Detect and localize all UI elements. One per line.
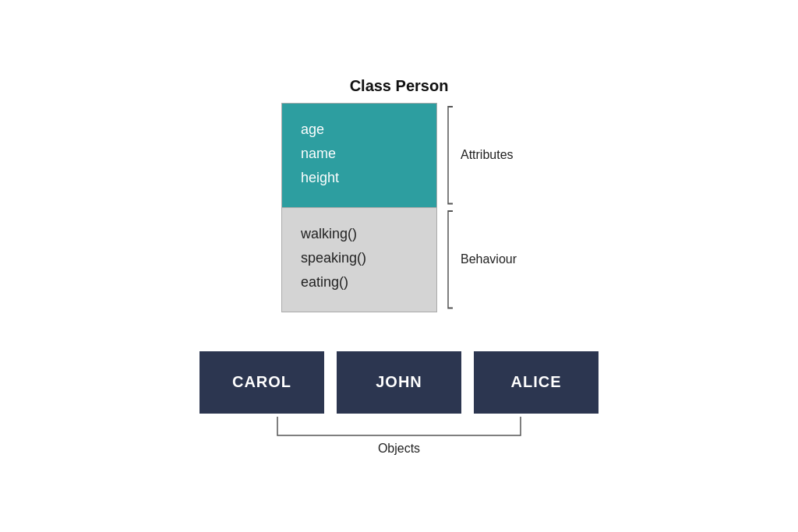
objects-row: CAROL JOHN ALICE	[200, 351, 598, 414]
objects-bracket-svg	[262, 414, 536, 439]
class-section: Class Person age name height walking() s…	[281, 77, 517, 312]
diagram: Class Person age name height walking() s…	[0, 77, 798, 456]
behaviour-label-item: Behaviour	[445, 207, 517, 312]
labels-column: Attributes Behaviour	[445, 103, 517, 312]
object-john: JOHN	[337, 351, 461, 414]
class-box: age name height walking() speaking() eat…	[281, 103, 437, 312]
object-carol: CAROL	[200, 351, 324, 414]
attributes-label-item: Attributes	[445, 103, 517, 208]
attribute-name: name	[301, 143, 418, 164]
attribute-age: age	[301, 119, 418, 140]
behaviour-label: Behaviour	[461, 252, 517, 266]
attributes-label: Attributes	[461, 148, 514, 162]
objects-bracket-wrapper: Objects	[262, 414, 536, 456]
behaviour-eating: eating()	[301, 272, 418, 293]
behaviour-panel: walking() speaking() eating()	[282, 207, 436, 312]
behaviour-speaking: speaking()	[301, 248, 418, 269]
class-box-wrapper: age name height walking() speaking() eat…	[281, 103, 517, 312]
objects-section: CAROL JOHN ALICE Objects	[200, 351, 598, 456]
objects-label: Objects	[378, 442, 420, 456]
behaviour-walking: walking()	[301, 224, 418, 245]
behaviour-bracket-svg	[445, 207, 461, 312]
attributes-bracket-svg	[445, 103, 461, 208]
attribute-height: height	[301, 167, 418, 188]
object-alice: ALICE	[474, 351, 598, 414]
class-title: Class Person	[350, 77, 449, 95]
attributes-panel: age name height	[282, 104, 436, 207]
